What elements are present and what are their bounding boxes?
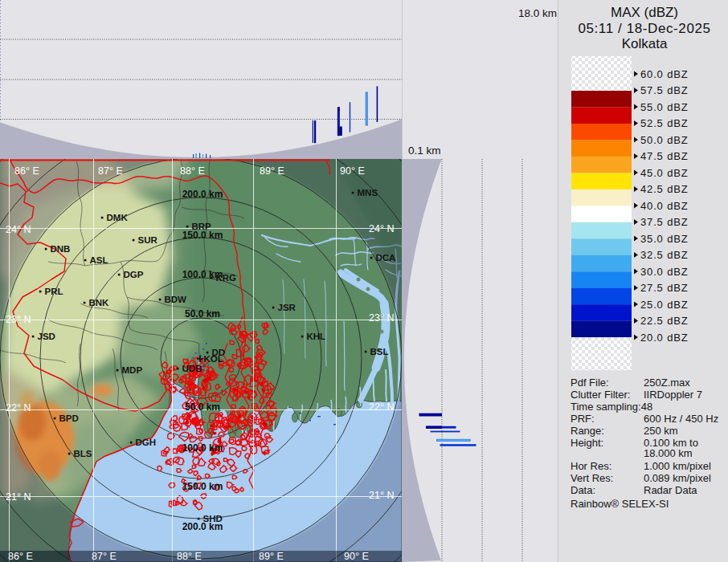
svg-text:22° N: 22° N xyxy=(369,401,394,413)
svg-text:22.5 dBZ: 22.5 dBZ xyxy=(640,315,689,327)
svg-text:PRL: PRL xyxy=(45,287,63,296)
svg-text:Hor Res:: Hor Res: xyxy=(571,460,611,472)
svg-text:47.5 dBZ: 47.5 dBZ xyxy=(640,150,689,162)
svg-text:BLS: BLS xyxy=(74,449,92,458)
svg-text:BDW: BDW xyxy=(165,295,187,304)
svg-text:86° E: 86° E xyxy=(14,165,39,177)
svg-text:150.0 km: 150.0 km xyxy=(182,481,223,492)
svg-text:88° E: 88° E xyxy=(177,551,202,562)
svg-text:50.0 km: 50.0 km xyxy=(185,308,220,320)
svg-text:Time sampling:48: Time sampling:48 xyxy=(571,401,652,413)
svg-text:KRG: KRG xyxy=(216,273,237,283)
svg-text:60.0 dBZ: 60.0 dBZ xyxy=(640,68,689,80)
svg-text:45.0 dBZ: 45.0 dBZ xyxy=(640,167,689,179)
svg-text:57.5 dBZ: 57.5 dBZ xyxy=(640,84,689,96)
svg-text:SHD: SHD xyxy=(203,514,223,523)
svg-text:Clutter Filter:: Clutter Filter: xyxy=(571,389,630,401)
svg-text:1.000 km/pixel: 1.000 km/pixel xyxy=(644,460,711,472)
svg-text:24° N: 24° N xyxy=(369,223,394,234)
svg-text:Radar Data: Radar Data xyxy=(644,484,697,496)
svg-text:BPD: BPD xyxy=(59,413,79,423)
svg-text:DCA: DCA xyxy=(376,253,396,263)
svg-text:MAX (dBZ): MAX (dBZ) xyxy=(611,5,678,20)
svg-text:90° E: 90° E xyxy=(344,551,369,562)
svg-text:DGP: DGP xyxy=(124,270,144,279)
svg-text:22° N: 22° N xyxy=(6,402,31,413)
svg-text:250Z.max: 250Z.max xyxy=(644,377,690,389)
svg-text:25.0 dBZ: 25.0 dBZ xyxy=(640,299,689,311)
svg-text:ASL: ASL xyxy=(90,255,108,265)
svg-text:BNK: BNK xyxy=(89,298,110,307)
svg-text:MDP: MDP xyxy=(122,365,143,375)
svg-text:KOL: KOL xyxy=(204,354,223,364)
svg-text:UDB: UDB xyxy=(182,364,202,373)
svg-text:200.0 km: 200.0 km xyxy=(182,189,223,200)
svg-text:27.5 dBZ: 27.5 dBZ xyxy=(640,282,689,294)
svg-text:23° N: 23° N xyxy=(6,314,31,325)
svg-text:32.5 dBZ: 32.5 dBZ xyxy=(640,249,689,261)
svg-text:Height:: Height: xyxy=(571,437,603,449)
svg-text:23° N: 23° N xyxy=(369,312,394,324)
svg-text:21° N: 21° N xyxy=(369,490,394,501)
svg-text:KHL: KHL xyxy=(307,332,326,341)
svg-text:IIRDoppler 7: IIRDoppler 7 xyxy=(644,389,702,401)
svg-text:42.5 dBZ: 42.5 dBZ xyxy=(640,183,689,195)
svg-text:DGH: DGH xyxy=(136,438,157,447)
svg-text:600 Hz / 450 Hz: 600 Hz / 450 Hz xyxy=(644,413,718,425)
svg-text:89° E: 89° E xyxy=(260,165,284,177)
svg-text:89° E: 89° E xyxy=(259,551,284,562)
svg-text:DNB: DNB xyxy=(51,244,71,254)
svg-text:Range:: Range: xyxy=(571,425,604,437)
svg-text:MNS: MNS xyxy=(358,188,378,198)
svg-text:Vert Res:: Vert Res: xyxy=(571,472,613,484)
svg-text:0.1 km: 0.1 km xyxy=(408,145,441,157)
svg-text:88° E: 88° E xyxy=(180,165,205,177)
svg-text:87° E: 87° E xyxy=(98,165,123,177)
svg-text:21° N: 21° N xyxy=(6,491,31,503)
svg-text:100.0 km: 100.0 km xyxy=(182,442,223,454)
svg-text:50.0 dBZ: 50.0 dBZ xyxy=(640,134,689,146)
svg-text:37.5 dBZ: 37.5 dBZ xyxy=(640,216,689,228)
svg-text:55.0 dBZ: 55.0 dBZ xyxy=(640,101,689,113)
svg-text:PRF:: PRF: xyxy=(571,413,595,425)
svg-text:90° E: 90° E xyxy=(340,165,365,177)
svg-text:20.0 dBZ: 20.0 dBZ xyxy=(640,332,689,344)
svg-text:87° E: 87° E xyxy=(92,551,117,562)
svg-text:250 km: 250 km xyxy=(644,425,678,437)
svg-text:50.0 km: 50.0 km xyxy=(185,401,220,413)
svg-text:40.0 dBZ: 40.0 dBZ xyxy=(640,200,689,212)
svg-text:18.0 km: 18.0 km xyxy=(518,7,557,19)
svg-text:JSD: JSD xyxy=(38,332,55,341)
svg-text:BRP: BRP xyxy=(192,222,212,231)
svg-text:Rainbow® SELEX-SI: Rainbow® SELEX-SI xyxy=(571,498,669,510)
svg-text:52.5 dBZ: 52.5 dBZ xyxy=(640,117,689,129)
svg-text:Kolkata: Kolkata xyxy=(622,36,668,51)
svg-text:DMK: DMK xyxy=(107,213,129,222)
svg-text:0.089 km/pixel: 0.089 km/pixel xyxy=(644,472,711,484)
svg-text:JSR: JSR xyxy=(278,303,297,312)
svg-text:86° E: 86° E xyxy=(8,551,33,562)
svg-text:Pdf File:: Pdf File: xyxy=(571,377,609,389)
svg-text:30.0 dBZ: 30.0 dBZ xyxy=(640,266,689,278)
svg-text:24° N: 24° N xyxy=(6,224,31,235)
svg-text:SUR: SUR xyxy=(138,235,158,245)
svg-text:BSL: BSL xyxy=(370,347,389,356)
svg-text:35.0 dBZ: 35.0 dBZ xyxy=(640,233,689,245)
svg-text:150.0 km: 150.0 km xyxy=(182,230,223,241)
svg-text:05:11 / 18-Dec-2025: 05:11 / 18-Dec-2025 xyxy=(578,21,710,36)
svg-text:18.000 km: 18.000 km xyxy=(644,447,693,459)
svg-text:Data:: Data: xyxy=(571,484,595,496)
